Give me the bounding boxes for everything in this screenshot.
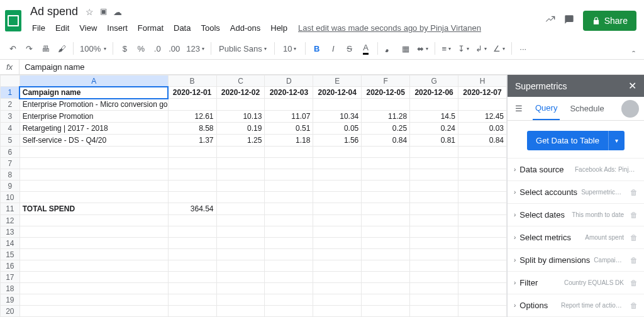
cell[interactable] — [216, 147, 265, 158]
cell[interactable]: 2020-12-05 — [362, 87, 410, 99]
cell[interactable]: 0.84 — [458, 135, 507, 147]
text-color-button[interactable]: A — [358, 40, 374, 57]
col-header-h[interactable]: H — [458, 75, 507, 87]
cell[interactable] — [19, 306, 168, 317]
cell[interactable] — [458, 306, 507, 317]
star-icon[interactable]: ☆ — [86, 7, 94, 17]
menu-view[interactable]: View — [75, 21, 101, 35]
number-format-dropdown[interactable]: 123 — [184, 40, 207, 57]
cell[interactable] — [216, 99, 265, 111]
row-header[interactable]: 3 — [1, 111, 20, 123]
cell[interactable]: 2020-12-04 — [313, 87, 362, 99]
cell[interactable] — [458, 226, 507, 238]
cell[interactable] — [168, 169, 216, 181]
cell[interactable] — [362, 215, 410, 226]
cell[interactable] — [19, 272, 168, 283]
cell[interactable] — [458, 215, 507, 226]
menu-tools[interactable]: Tools — [196, 21, 224, 35]
cell[interactable]: 10.13 — [216, 111, 265, 123]
cell[interactable] — [458, 260, 507, 272]
halign-button[interactable]: ≡ — [439, 40, 454, 57]
cell[interactable] — [19, 294, 168, 306]
row-header[interactable]: 13 — [1, 226, 20, 238]
cell[interactable] — [216, 238, 265, 249]
cell[interactable]: 0.24 — [410, 123, 458, 135]
cell[interactable] — [458, 181, 507, 192]
cell[interactable]: 12.45 — [458, 111, 507, 123]
cell[interactable] — [265, 147, 313, 158]
row-header[interactable]: 17 — [1, 272, 20, 283]
cell[interactable] — [410, 158, 458, 169]
get-data-button[interactable]: Get Data to Table — [527, 131, 608, 150]
cell[interactable] — [168, 260, 216, 272]
cell[interactable] — [19, 192, 168, 203]
row-header[interactable]: 1 — [1, 87, 20, 99]
currency-button[interactable]: $ — [117, 40, 132, 57]
cell[interactable] — [313, 147, 362, 158]
row-header[interactable]: 5 — [1, 135, 20, 147]
cell[interactable] — [19, 158, 168, 169]
cell[interactable] — [216, 306, 265, 317]
cell[interactable] — [19, 238, 168, 249]
cell[interactable] — [216, 249, 265, 260]
cell[interactable] — [410, 169, 458, 181]
cell[interactable] — [265, 169, 313, 181]
cell[interactable] — [265, 283, 313, 294]
menu-file[interactable]: File — [28, 21, 50, 35]
bold-button[interactable]: B — [309, 40, 325, 57]
cell[interactable] — [265, 215, 313, 226]
cell[interactable] — [458, 272, 507, 283]
rotate-button[interactable]: ∠ — [491, 40, 508, 57]
cell[interactable] — [458, 192, 507, 203]
cell[interactable]: 0.05 — [313, 123, 362, 135]
cell[interactable] — [19, 147, 168, 158]
row-header[interactable]: 7 — [1, 158, 20, 169]
undo-button[interactable]: ↶ — [5, 40, 20, 57]
cell[interactable] — [458, 203, 507, 215]
cell[interactable] — [313, 181, 362, 192]
sheet-area[interactable]: A B C D E F G H 1Campaign name2020-12-01… — [0, 75, 507, 317]
col-header-f[interactable]: F — [362, 75, 410, 87]
cell[interactable] — [458, 158, 507, 169]
cell[interactable] — [216, 215, 265, 226]
row-header[interactable]: 12 — [1, 215, 20, 226]
cell[interactable] — [168, 238, 216, 249]
cell[interactable] — [168, 99, 216, 111]
cell[interactable]: 1.56 — [313, 135, 362, 147]
cell[interactable] — [168, 181, 216, 192]
trash-icon[interactable]: 🗑 — [630, 188, 638, 197]
cell[interactable] — [410, 226, 458, 238]
row-header[interactable]: 2 — [1, 99, 20, 111]
fill-button[interactable] — [382, 40, 397, 57]
cell[interactable] — [168, 192, 216, 203]
row-header[interactable]: 14 — [1, 238, 20, 249]
menu-insert[interactable]: Insert — [103, 21, 132, 35]
collapse-toolbar-icon[interactable]: ˆ — [632, 50, 635, 60]
menu-data[interactable]: Data — [169, 21, 195, 35]
cell[interactable] — [265, 294, 313, 306]
cell[interactable] — [313, 226, 362, 238]
menu-addons[interactable]: Add-ons — [226, 21, 265, 35]
cell[interactable]: 10.34 — [313, 111, 362, 123]
col-header-e[interactable]: E — [313, 75, 362, 87]
borders-button[interactable]: ▦ — [398, 40, 413, 57]
cell[interactable]: 1.37 — [168, 135, 216, 147]
cell[interactable] — [216, 169, 265, 181]
cell[interactable] — [265, 99, 313, 111]
close-panel-icon[interactable]: ✕ — [628, 80, 636, 92]
menu-edit[interactable]: Edit — [51, 21, 74, 35]
cell[interactable] — [168, 306, 216, 317]
cell[interactable] — [265, 306, 313, 317]
cell[interactable]: 0.03 — [458, 123, 507, 135]
cell[interactable] — [458, 238, 507, 249]
trash-icon[interactable]: 🗑 — [630, 233, 638, 242]
tab-query[interactable]: Query — [533, 97, 560, 120]
cell[interactable]: 0.25 — [362, 123, 410, 135]
cell[interactable]: Retargeting | 2017 - 2018 — [19, 123, 168, 135]
cell[interactable] — [265, 203, 313, 215]
cell[interactable]: Campaign name — [19, 87, 168, 99]
cell[interactable] — [168, 147, 216, 158]
cell[interactable]: Enterprise Promotion — [19, 111, 168, 123]
cell[interactable] — [216, 203, 265, 215]
trash-icon[interactable]: 🗑 — [630, 301, 638, 310]
